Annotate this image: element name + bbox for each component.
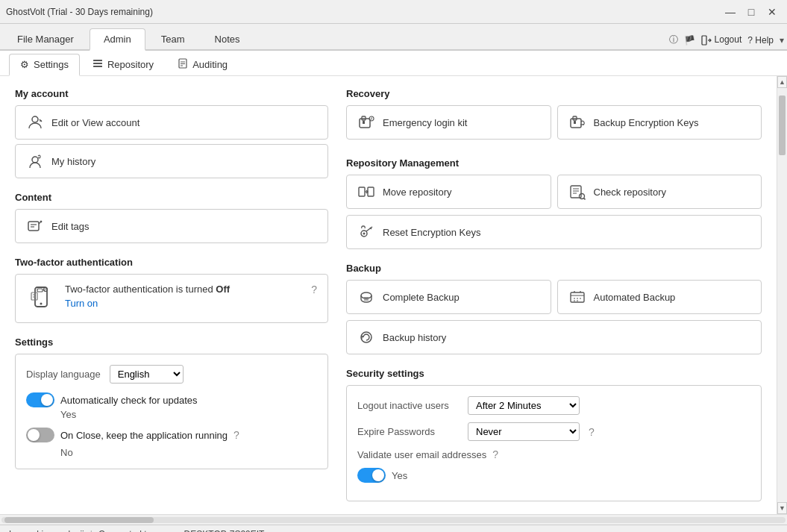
my-account-title: My account [15, 88, 328, 99]
h-scrollbar-track [1, 517, 786, 523]
tab-team[interactable]: Team [147, 28, 199, 49]
svg-rect-19 [37, 289, 43, 292]
my-history-button[interactable]: My history [15, 144, 328, 178]
expire-passwords-row: Expire Passwords Never After 30 Days Aft… [357, 422, 750, 441]
sub-tab-settings[interactable]: ⚙ Settings [9, 54, 80, 76]
horizontal-scrollbar[interactable] [0, 514, 787, 525]
svg-rect-3 [93, 63, 102, 64]
edit-tags-button[interactable]: Edit tags [15, 209, 328, 243]
right-column: Recovery [346, 88, 762, 514]
left-column: My account Edit or View account [15, 88, 328, 514]
security-section: Security settings Logout inactive users … [346, 368, 762, 501]
validate-email-toggle-row: Yes [357, 468, 750, 483]
sub-tab-auditing[interactable]: Auditing [166, 53, 239, 75]
validate-email-value: Yes [392, 470, 407, 481]
scrollbar-thumb[interactable] [779, 96, 786, 155]
settings-section: Settings Display language English French… [15, 337, 328, 469]
flag-icon[interactable]: 🏴 [684, 35, 695, 46]
top-nav: File Manager Admin Team Notes ⓘ 🏴 Logout… [0, 24, 787, 51]
svg-point-25 [40, 303, 43, 305]
edit-view-account-button[interactable]: Edit or View account [15, 105, 328, 140]
on-close-help-icon[interactable]: ? [233, 429, 239, 441]
content-title: Content [15, 192, 328, 203]
reset-encryption-keys-button[interactable]: Reset Encryption Keys [346, 215, 762, 249]
language-select[interactable]: English French German Spanish [110, 365, 184, 384]
turn-on-link[interactable]: Turn on [65, 298, 98, 309]
logout-inactive-row: Logout inactive users After 2 Minutes Ne… [357, 396, 750, 415]
svg-rect-4 [93, 66, 102, 67]
h-scrollbar-thumb[interactable] [4, 517, 154, 523]
repository-icon [93, 58, 103, 71]
expire-passwords-help-icon[interactable]: ? [589, 426, 595, 438]
sub-tab-repository[interactable]: Repository [81, 53, 165, 75]
minimize-button[interactable]: — [721, 4, 739, 19]
check-repository-button[interactable]: Check repository [557, 175, 762, 209]
complete-backup-button[interactable]: Complete Backup [346, 280, 551, 314]
on-close-value-row: No [60, 447, 317, 458]
logged-in-status: Logged in as: danji [9, 529, 84, 533]
backup-grid: Complete Backup [346, 280, 762, 319]
logout-button[interactable]: Logout [701, 34, 741, 46]
content-section: Content Edit tags [15, 192, 328, 243]
tags-icon [26, 217, 44, 235]
logout-inactive-label: Logout inactive users [357, 400, 462, 411]
backup-keys-button[interactable]: Backup Encryption Keys [557, 105, 762, 140]
help-button[interactable]: ? Help [747, 35, 774, 46]
logout-inactive-select[interactable]: After 2 Minutes Never After 1 Minute Aft… [468, 396, 580, 415]
history-icon [26, 152, 44, 170]
scroll-down-button[interactable]: ▼ [777, 502, 787, 514]
emergency-login-button[interactable]: Emergency login kit [346, 105, 551, 140]
top-nav-right: ⓘ 🏴 Logout ? Help ▾ [669, 34, 784, 49]
svg-point-43 [579, 194, 584, 199]
repository-management-section: Repository Management [346, 157, 762, 249]
on-close-toggle[interactable] [26, 428, 54, 442]
repo-mgmt-grid: Move repository [346, 175, 762, 213]
svg-rect-13 [28, 222, 39, 231]
top-nav-tabs: File Manager Admin Team Notes [3, 28, 256, 49]
connected-status: Connected to server: DESKTOP-7S29EIT [98, 529, 265, 533]
help-dropdown-icon[interactable]: ▾ [780, 35, 784, 46]
main-content: My account Edit or View account [0, 76, 787, 514]
expire-passwords-select[interactable]: Never After 30 Days After 60 Days After … [468, 422, 580, 441]
move-repository-button[interactable]: Move repository [346, 175, 551, 209]
tab-notes[interactable]: Notes [201, 28, 254, 49]
two-factor-box: Two-factor authentication is turned Off … [15, 274, 328, 323]
my-account-section: My account Edit or View account [15, 88, 328, 178]
auditing-icon [178, 58, 188, 71]
svg-point-48 [363, 233, 366, 235]
automated-backup-button[interactable]: Automated Backup [557, 280, 762, 314]
move-repo-icon [357, 183, 375, 201]
svg-rect-22 [31, 292, 37, 300]
security-box: Logout inactive users After 2 Minutes Ne… [346, 385, 762, 501]
info-icon[interactable]: ⓘ [669, 34, 678, 46]
tab-admin[interactable]: Admin [90, 28, 145, 51]
svg-rect-34 [574, 121, 576, 124]
svg-rect-28 [363, 121, 365, 124]
scroll-up-button[interactable]: ▲ [777, 76, 787, 88]
validate-email-toggle[interactable] [357, 468, 386, 483]
svg-rect-36 [359, 187, 365, 196]
scrollbar-track [777, 88, 787, 502]
auto-check-row: Automatically check for updates [26, 392, 317, 407]
close-button[interactable]: ✕ [763, 4, 781, 19]
auto-check-toggle[interactable] [26, 392, 54, 407]
right-scrollbar[interactable]: ▲ ▼ [777, 76, 787, 514]
backup-keys-icon [568, 113, 586, 131]
recovery-title: Recovery [346, 88, 762, 99]
svg-rect-0 [702, 36, 706, 45]
settings-title: Settings [15, 337, 328, 348]
validate-email-help-icon[interactable]: ? [492, 448, 498, 460]
maximize-button[interactable]: □ [742, 4, 760, 19]
two-factor-title: Two-factor authentication [15, 257, 328, 268]
sub-nav: ⚙ Settings Repository Auditing [0, 51, 787, 76]
language-row: Display language English French German S… [26, 365, 317, 384]
backup-history-button[interactable]: Backup history [346, 320, 762, 354]
settings-icon: ⚙ [20, 59, 29, 70]
expire-passwords-label: Expire Passwords [357, 426, 462, 437]
twofactor-help-icon[interactable]: ? [311, 284, 317, 295]
svg-point-9 [32, 116, 38, 122]
two-factor-section: Two-factor authentication [15, 257, 328, 323]
tab-file-manager[interactable]: File Manager [3, 28, 88, 49]
content-scroll[interactable]: My account Edit or View account [0, 76, 777, 514]
svg-point-12 [32, 157, 38, 163]
